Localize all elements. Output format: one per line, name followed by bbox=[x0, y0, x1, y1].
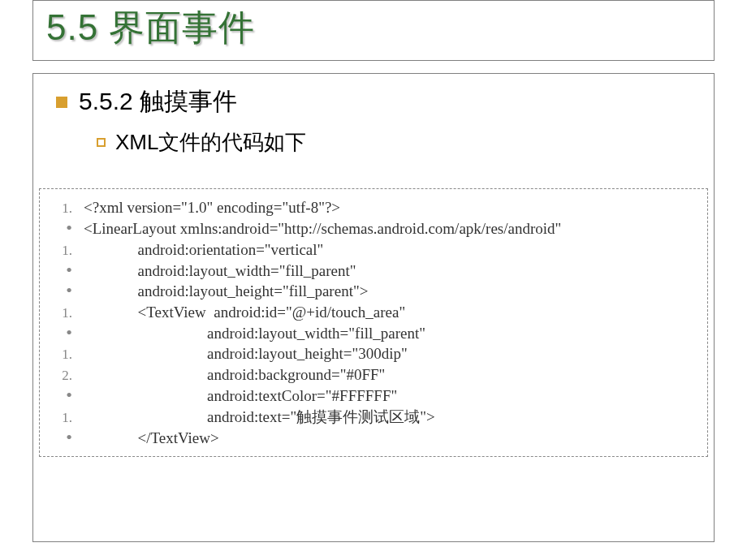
code-line: • android:layout_width="fill_parent" bbox=[45, 323, 699, 344]
code-line: • android:layout_width="fill_parent" bbox=[45, 261, 699, 282]
bullet-marker-icon: • bbox=[45, 282, 72, 299]
code-text: <TextView android:id="@+id/touch_area" bbox=[72, 302, 405, 323]
code-line: 1. <TextView android:id="@+id/touch_area… bbox=[45, 302, 699, 323]
line-number: 1. bbox=[45, 304, 72, 323]
bullet-marker-icon: • bbox=[45, 262, 72, 278]
code-text: </TextView> bbox=[72, 428, 219, 449]
code-line: • android:textColor="#FFFFFF" bbox=[45, 386, 699, 407]
code-text: android:orientation="vertical" bbox=[72, 239, 323, 261]
bullet-marker-icon: • bbox=[45, 429, 72, 446]
square-bullet-icon bbox=[56, 97, 67, 108]
hollow-square-bullet-icon bbox=[97, 138, 106, 147]
code-box: 1.<?xml version="1.0" encoding="utf-8"?>… bbox=[39, 188, 708, 457]
sub2-row: XML文件的代码如下 bbox=[97, 128, 696, 157]
bullet-marker-icon: • bbox=[45, 220, 72, 236]
code-text: android:background="#0FF" bbox=[72, 364, 385, 386]
code-text: android:textColor="#FFFFFF" bbox=[72, 386, 397, 407]
code-text: android:layout_width="fill_parent" bbox=[72, 323, 430, 344]
code-line: 1. android:layout_height="300dip" bbox=[45, 343, 699, 364]
line-number: 1. bbox=[45, 409, 72, 428]
code-text: <LinearLayout xmlns:android="http://sche… bbox=[72, 218, 561, 239]
slide-title: 5.5 界面事件 bbox=[46, 4, 701, 52]
code-line: 1. android:text="触摸事件测试区域"> bbox=[45, 407, 699, 428]
code-text: android:layout_height="fill_parent"> bbox=[72, 281, 368, 302]
code-line: 1. android:orientation="vertical" bbox=[45, 239, 699, 261]
line-number: 1. bbox=[45, 242, 72, 261]
code-text: <?xml version="1.0" encoding="utf-8"?> bbox=[72, 197, 340, 218]
code-line: • </TextView> bbox=[45, 428, 699, 449]
line-number: 1. bbox=[45, 346, 72, 364]
subheading-text: 5.5.2 触摸事件 bbox=[79, 85, 237, 118]
code-line: •<LinearLayout xmlns:android="http://sch… bbox=[45, 218, 699, 239]
line-number: 2. bbox=[45, 367, 72, 386]
code-line: 2. android:background="#0FF" bbox=[45, 364, 699, 386]
bullet-marker-icon: • bbox=[45, 387, 72, 403]
code-text: android:text="触摸事件测试区域"> bbox=[72, 407, 435, 428]
bullet-marker-icon: • bbox=[45, 325, 72, 341]
code-line: • android:layout_height="fill_parent"> bbox=[45, 281, 699, 302]
code-text: android:layout_height="300dip" bbox=[72, 343, 408, 364]
subheading-row: 5.5.2 触摸事件 bbox=[56, 85, 696, 118]
sub2-text: XML文件的代码如下 bbox=[115, 128, 306, 157]
title-container: 5.5 界面事件 bbox=[32, 0, 715, 61]
line-number: 1. bbox=[45, 200, 72, 218]
code-text: android:layout_width="fill_parent" bbox=[72, 261, 356, 282]
code-line: 1.<?xml version="1.0" encoding="utf-8"?> bbox=[45, 197, 699, 218]
